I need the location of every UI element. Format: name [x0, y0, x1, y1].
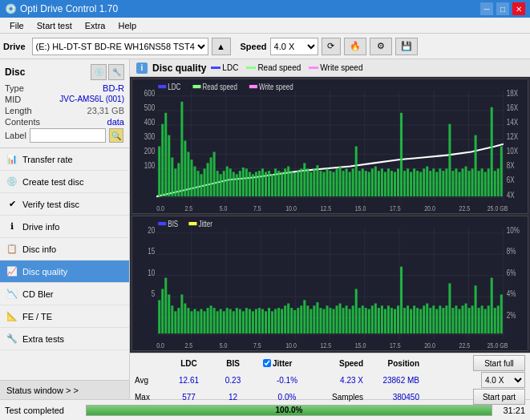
main-area: Disc 💿 🔧 Type BD-R MID JVC-AMS6L (001) L… [0, 59, 530, 399]
sidebar-item-fe-te[interactable]: 📐 FE / TE [0, 305, 129, 328]
svg-rect-103 [429, 171, 431, 196]
legend-write-label: Write speed [320, 63, 362, 72]
sidebar-item-transfer-rate[interactable]: 📊 Transfer rate [0, 148, 129, 171]
save-button[interactable]: 💾 [395, 38, 418, 55]
progress-text: 100.0% [87, 406, 492, 415]
svg-rect-89 [384, 172, 386, 197]
svg-rect-151 [158, 85, 166, 88]
chart2-wrapper: 20 15 10 5 10% 8% 6% 4% 2% 0.0 2.5 5.0 7… [131, 216, 528, 351]
refresh-button[interactable]: ⟳ [322, 38, 341, 55]
length-label: Length [5, 106, 32, 115]
sidebar-item-label: FE / TE [22, 312, 52, 321]
svg-rect-258 [429, 308, 431, 333]
svg-rect-109 [448, 124, 451, 196]
chart1-svg: 600 500 400 300 200 100 18X 16X 14X 12X … [132, 79, 528, 213]
svg-rect-235 [355, 289, 358, 333]
drive-info-icon: ℹ [6, 221, 18, 232]
toolbar: Drive (E:) HL-DT-ST BD-RE WH16NS58 TST4 … [0, 34, 530, 59]
avg-label: Avg [135, 376, 167, 385]
svg-rect-230 [339, 304, 342, 334]
sidebar-item-extra-tests[interactable]: 🔧 Extra tests [0, 328, 129, 350]
sidebar-item-label: Transfer rate [22, 155, 73, 164]
create-test-disc-icon: 💿 [6, 176, 18, 188]
svg-rect-81 [358, 171, 361, 196]
sidebar-item-disc-quality[interactable]: 📈 Disc quality [0, 260, 129, 283]
sidebar-item-cd-bler[interactable]: 📉 CD Bler [0, 283, 129, 305]
avg-bis: 0.23 [211, 376, 255, 385]
svg-rect-232 [346, 305, 348, 333]
svg-text:0.0: 0.0 [156, 341, 164, 349]
svg-rect-50 [258, 171, 261, 196]
svg-rect-206 [261, 309, 264, 334]
svg-rect-280 [500, 294, 503, 333]
svg-rect-80 [355, 147, 358, 197]
max-ldc: 577 [167, 393, 211, 402]
disc-quality-title: Disc quality [152, 63, 206, 74]
svg-rect-20 [161, 124, 164, 196]
svg-rect-102 [426, 167, 428, 197]
svg-rect-34 [207, 163, 209, 196]
chart2-svg: 20 15 10 5 10% 8% 6% 4% 2% 0.0 2.5 5.0 7… [132, 216, 528, 350]
status-window-label: Status window > > [6, 386, 79, 395]
svg-text:20: 20 [148, 225, 155, 236]
svg-text:2%: 2% [507, 309, 516, 320]
svg-rect-113 [461, 168, 463, 196]
svg-rect-36 [213, 151, 216, 196]
start-full-button[interactable]: Start full [473, 355, 525, 371]
disc-icon2[interactable]: 🔧 [108, 64, 124, 80]
svg-rect-96 [407, 168, 409, 196]
svg-rect-68 [316, 165, 318, 196]
svg-text:5.0: 5.0 [220, 204, 228, 212]
svg-rect-204 [255, 309, 257, 334]
svg-rect-174 [158, 300, 160, 333]
svg-text:20.0: 20.0 [424, 341, 435, 349]
jitter-checkbox[interactable] [263, 359, 271, 367]
menu-extra[interactable]: Extra [79, 19, 112, 32]
svg-rect-256 [423, 305, 425, 333]
svg-rect-37 [216, 171, 219, 196]
disc-quality-header: i Disc quality LDC Read speed Write spee… [130, 59, 530, 77]
speed-selector[interactable]: 4.0 X [270, 38, 318, 55]
contents-label: Contents [5, 117, 40, 127]
stats-header-ldc: LDC [167, 359, 211, 368]
sidebar-item-verify-test-disc[interactable]: ✔ Verify test disc [0, 193, 129, 216]
drive-selector[interactable]: (E:) HL-DT-ST BD-RE WH16NS58 TST4 [32, 38, 208, 55]
speed-select2[interactable]: 4.0 X [481, 372, 525, 388]
svg-rect-55 [274, 168, 277, 196]
speed-readout: 4.23 X [311, 376, 363, 385]
svg-text:400: 400 [144, 117, 156, 127]
svg-rect-108 [445, 168, 447, 196]
svg-text:300: 300 [144, 131, 156, 142]
menu-start-test[interactable]: Start test [30, 19, 79, 32]
disc-icon1[interactable]: 💿 [91, 64, 107, 80]
maximize-button[interactable]: □ [496, 2, 509, 15]
minimize-button[interactable]: ─ [480, 2, 493, 15]
svg-rect-227 [329, 308, 331, 333]
svg-rect-301 [158, 222, 166, 225]
label-search-button[interactable]: 🔍 [109, 128, 123, 143]
label-input[interactable] [30, 128, 106, 143]
burn-button[interactable]: 🔥 [344, 38, 366, 55]
svg-rect-120 [484, 172, 487, 197]
close-button[interactable]: ✕ [512, 2, 525, 15]
eject-button[interactable]: ▲ [212, 38, 231, 55]
svg-rect-247 [394, 309, 396, 334]
drive-label: Drive [3, 42, 26, 51]
sidebar-item-disc-info[interactable]: 📋 Disc info [0, 238, 129, 260]
menubar: File Start test Extra Help [0, 18, 530, 34]
svg-rect-76 [342, 171, 345, 196]
menu-file[interactable]: File [3, 19, 30, 32]
sidebar-item-create-test-disc[interactable]: 💿 Create test disc [0, 171, 129, 193]
svg-rect-29 [190, 160, 192, 196]
settings-button[interactable]: ⚙ [370, 38, 392, 55]
svg-text:Read speed: Read speed [203, 81, 237, 91]
sidebar-item-drive-info[interactable]: ℹ Drive info [0, 216, 129, 238]
svg-rect-26 [180, 102, 183, 196]
stats-header-empty2 [255, 359, 263, 368]
menu-help[interactable]: Help [111, 19, 143, 32]
svg-rect-56 [277, 171, 280, 196]
svg-text:Jitter: Jitter [199, 218, 213, 228]
status-window-button[interactable]: Status window > > [0, 380, 129, 399]
svg-rect-98 [413, 168, 415, 196]
start-part-button[interactable]: Start part [473, 389, 525, 405]
